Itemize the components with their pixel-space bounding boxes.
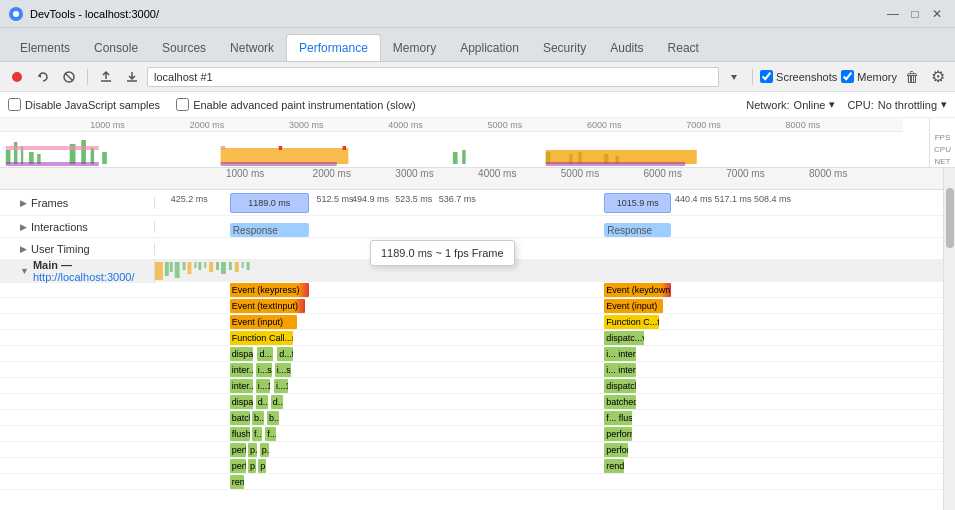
network-select[interactable]: Network: Online ▾: [746, 98, 835, 111]
response-label-1: Response: [233, 225, 278, 236]
overview-right-labels: FPS CPU NET: [929, 118, 955, 167]
minimize-button[interactable]: —: [883, 4, 903, 24]
flame-content-6: inter...dates i...s i...s i... interac..…: [155, 362, 943, 377]
tab-network[interactable]: Network: [218, 35, 286, 61]
flame-d2[interactable]: d...t: [277, 347, 293, 361]
flame-pr1[interactable]: p...: [248, 459, 256, 473]
flame-input-right[interactable]: Event (input): [604, 299, 663, 313]
maximize-button[interactable]: □: [905, 4, 925, 24]
tick-8000: 8000 ms: [809, 168, 847, 179]
settings-button[interactable]: ⚙: [927, 66, 949, 88]
flame-function-right[interactable]: Function C...t.js:4532): [604, 315, 659, 329]
flame-row-13: ren...oot: [0, 474, 943, 490]
flame-batch1[interactable]: batch...ates: [230, 411, 250, 425]
screenshots-checkbox[interactable]: [760, 70, 773, 83]
svg-rect-46: [242, 262, 244, 268]
reload-record-button[interactable]: [32, 66, 54, 88]
tab-sources[interactable]: Sources: [150, 35, 218, 61]
flame-perf-root1[interactable]: perf...Root: [230, 459, 246, 473]
flame-content-2: Event (textInput) Event (input): [155, 298, 943, 313]
flame-row-4: Function Call...nt.js:4532) dispatc...ve…: [0, 330, 943, 346]
interactions-label[interactable]: ▶ Interactions: [0, 221, 155, 233]
overview-canvas: 1000 ms 2000 ms 3000 ms 4000 ms 5000 ms …: [0, 118, 929, 167]
flame-p1[interactable]: p...: [248, 443, 257, 457]
cpu-select[interactable]: CPU: No throttling ▾: [847, 98, 947, 111]
svg-rect-36: [183, 262, 186, 270]
flame-row-3: Event (input) Function C...t.js:4532): [0, 314, 943, 330]
flame-p2[interactable]: p...: [260, 443, 269, 457]
svg-rect-16: [221, 148, 349, 164]
flame-flush1[interactable]: flush...es$1: [230, 427, 250, 441]
svg-rect-41: [209, 262, 213, 272]
perf-panel: 1000 ms 2000 ms 3000 ms 4000 ms 5000 ms …: [0, 118, 955, 510]
tab-security[interactable]: Security: [531, 35, 598, 61]
flame-keydown[interactable]: Event (keydown): [604, 283, 671, 297]
frames-label[interactable]: ▶ Frames: [0, 197, 155, 209]
flame-dispatch-ev[interactable]: dispatchEvent: [604, 379, 636, 393]
flame-is1[interactable]: i...s: [256, 363, 272, 377]
overview-tick-8000: 8000 ms: [786, 120, 821, 130]
flame-interac-r2[interactable]: i... interac...dates$1: [604, 363, 636, 377]
svg-rect-17: [453, 152, 458, 164]
flame-perf-r1[interactable]: performWork: [604, 427, 632, 441]
flame-dispatch-right[interactable]: dispatc...veEvent: [604, 331, 643, 345]
tab-react[interactable]: React: [656, 35, 711, 61]
user-timing-label[interactable]: ▶ User Timing: [0, 243, 155, 255]
flame-i2[interactable]: i...1: [274, 379, 288, 393]
main-label[interactable]: ▼ Main — http://localhost:3000/: [0, 259, 155, 283]
svg-rect-8: [14, 142, 17, 164]
flame-flush-right[interactable]: f... flushIn...dates$1: [604, 411, 632, 425]
window-title: DevTools - localhost:3000/: [30, 8, 159, 20]
flame-interac1[interactable]: inter...dates: [230, 363, 254, 377]
tab-memory[interactable]: Memory: [381, 35, 448, 61]
flame-pr2[interactable]: p...t: [258, 459, 266, 473]
frame-timing-9: 508.4 ms: [754, 194, 791, 204]
disable-js-samples-checkbox[interactable]: [8, 98, 21, 111]
svg-rect-33: [165, 262, 169, 276]
flame-dispa2[interactable]: dispa...Event: [230, 395, 254, 409]
flame-d1[interactable]: d...: [257, 347, 273, 361]
flame-textinput[interactable]: Event (textInput): [230, 299, 305, 313]
flame-keypress[interactable]: Event (keypress): [230, 283, 309, 297]
scrollbar-thumb[interactable]: [946, 188, 954, 248]
tab-console[interactable]: Console: [82, 35, 150, 61]
close-button[interactable]: ✕: [927, 4, 947, 24]
tab-application[interactable]: Application: [448, 35, 531, 61]
flame-row-12: perf...Root p... p...t renderRoot: [0, 458, 943, 474]
download-button[interactable]: [121, 66, 143, 88]
flame-dt[interactable]: d...t: [271, 395, 283, 409]
flame-i1[interactable]: i...1: [256, 379, 270, 393]
flame-f2[interactable]: f...1: [265, 427, 275, 441]
enable-advanced-paint-checkbox[interactable]: [176, 98, 189, 111]
flame-function[interactable]: Function Call...nt.js:4532): [230, 331, 293, 345]
tab-performance[interactable]: Performance: [286, 34, 381, 61]
memory-checkbox[interactable]: [841, 70, 854, 83]
flame-b1[interactable]: b...: [252, 411, 264, 425]
record-button[interactable]: [6, 66, 28, 88]
flame-is2[interactable]: i...s: [275, 363, 291, 377]
delete-button[interactable]: 🗑: [901, 66, 923, 88]
flame-batched[interactable]: batchedUpdates: [604, 395, 636, 409]
url-dropdown-button[interactable]: [723, 66, 745, 88]
options-bar: Disable JavaScript samples Enable advanc…: [0, 92, 955, 118]
flame-input[interactable]: Event (input): [230, 315, 297, 329]
svg-rect-40: [204, 262, 206, 268]
flame-interac-r1[interactable]: i... interac...Updates: [604, 347, 636, 361]
flame-perf1[interactable]: perf...Work: [230, 443, 246, 457]
flame-render[interactable]: renderRoot: [604, 459, 624, 473]
tab-elements[interactable]: Elements: [8, 35, 82, 61]
flame-content-3: Event (input) Function C...t.js:4532): [155, 314, 943, 329]
upload-button[interactable]: [95, 66, 117, 88]
vertical-scrollbar[interactable]: [943, 168, 955, 510]
flame-d3[interactable]: d...: [256, 395, 268, 409]
flame-perf-r2[interactable]: perfor...OnRoot: [604, 443, 628, 457]
frame-selected-block-2: 1015.9 ms: [604, 193, 671, 213]
clear-button[interactable]: [58, 66, 80, 88]
flame-dispa1[interactable]: dispa...Event: [230, 347, 254, 361]
url-input[interactable]: [147, 67, 719, 87]
flame-inter-tes1[interactable]: inter...tes$1: [230, 379, 254, 393]
tab-audits[interactable]: Audits: [598, 35, 655, 61]
flame-renoot[interactable]: ren...oot: [230, 475, 244, 489]
flame-f1[interactable]: f...: [252, 427, 262, 441]
flame-b2[interactable]: b...: [267, 411, 279, 425]
